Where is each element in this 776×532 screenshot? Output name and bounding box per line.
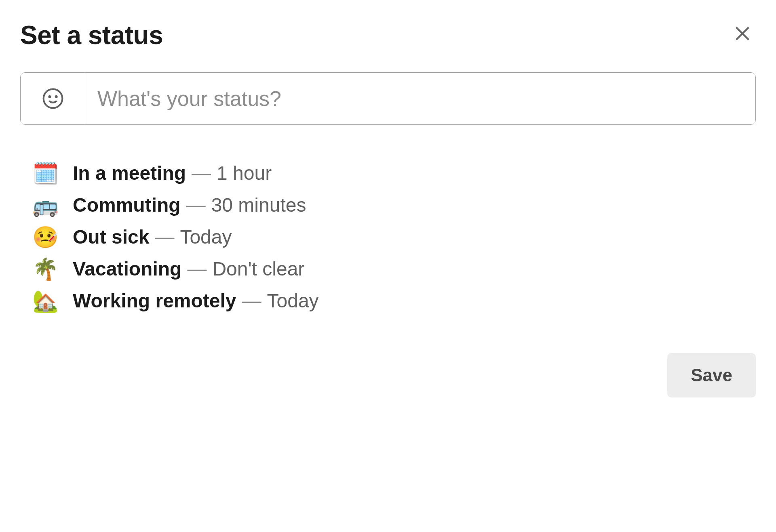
svg-point-4 bbox=[55, 96, 57, 97]
suggestion-duration: Today bbox=[267, 290, 319, 312]
suggestion-text: Vacationing — Don't clear bbox=[73, 258, 304, 280]
sick-face-icon: 🤒 bbox=[32, 227, 73, 248]
status-suggestion-commuting[interactable]: 🚌 Commuting — 30 minutes bbox=[32, 189, 756, 221]
suggestion-text: Working remotely — Today bbox=[73, 290, 319, 312]
status-suggestions-list: 🗓️ In a meeting — 1 hour 🚌 Commuting — 3… bbox=[20, 157, 756, 317]
status-suggestion-vacationing[interactable]: 🌴 Vacationing — Don't clear bbox=[32, 253, 756, 285]
suggestion-label: Out sick bbox=[73, 226, 149, 248]
suggestion-duration: 1 hour bbox=[217, 162, 272, 184]
suggestion-separator: — bbox=[155, 226, 174, 248]
close-icon bbox=[733, 24, 752, 43]
suggestion-label: In a meeting bbox=[73, 162, 186, 184]
status-suggestion-in-a-meeting[interactable]: 🗓️ In a meeting — 1 hour bbox=[32, 157, 756, 189]
bus-icon: 🚌 bbox=[32, 195, 73, 216]
dialog-header: Set a status bbox=[20, 20, 756, 50]
svg-point-2 bbox=[43, 89, 62, 108]
dialog-footer: Save bbox=[20, 353, 756, 397]
save-button[interactable]: Save bbox=[667, 353, 756, 397]
status-input[interactable] bbox=[85, 73, 755, 124]
status-suggestion-out-sick[interactable]: 🤒 Out sick — Today bbox=[32, 221, 756, 253]
suggestion-text: In a meeting — 1 hour bbox=[73, 162, 272, 184]
suggestion-label: Working remotely bbox=[73, 290, 236, 312]
suggestion-label: Commuting bbox=[73, 194, 181, 216]
suggestion-label: Vacationing bbox=[73, 258, 181, 280]
emoji-picker-button[interactable] bbox=[21, 73, 85, 124]
smiley-icon bbox=[42, 87, 64, 110]
svg-point-3 bbox=[49, 96, 50, 97]
suggestion-duration: Today bbox=[180, 226, 232, 248]
house-garden-icon: 🏡 bbox=[32, 290, 73, 311]
calendar-icon: 🗓️ bbox=[32, 163, 73, 184]
suggestion-text: Out sick — Today bbox=[73, 226, 232, 248]
suggestion-separator: — bbox=[192, 162, 211, 184]
status-suggestion-working-remotely[interactable]: 🏡 Working remotely — Today bbox=[32, 285, 756, 317]
suggestion-duration: 30 minutes bbox=[211, 194, 306, 216]
status-input-row bbox=[20, 72, 756, 125]
suggestion-separator: — bbox=[187, 258, 207, 280]
suggestion-separator: — bbox=[186, 194, 206, 216]
close-button[interactable] bbox=[729, 20, 756, 47]
suggestion-duration: Don't clear bbox=[212, 258, 304, 280]
palm-tree-icon: 🌴 bbox=[32, 259, 73, 280]
dialog-title: Set a status bbox=[20, 20, 163, 50]
suggestion-text: Commuting — 30 minutes bbox=[73, 194, 306, 216]
suggestion-separator: — bbox=[242, 290, 261, 312]
